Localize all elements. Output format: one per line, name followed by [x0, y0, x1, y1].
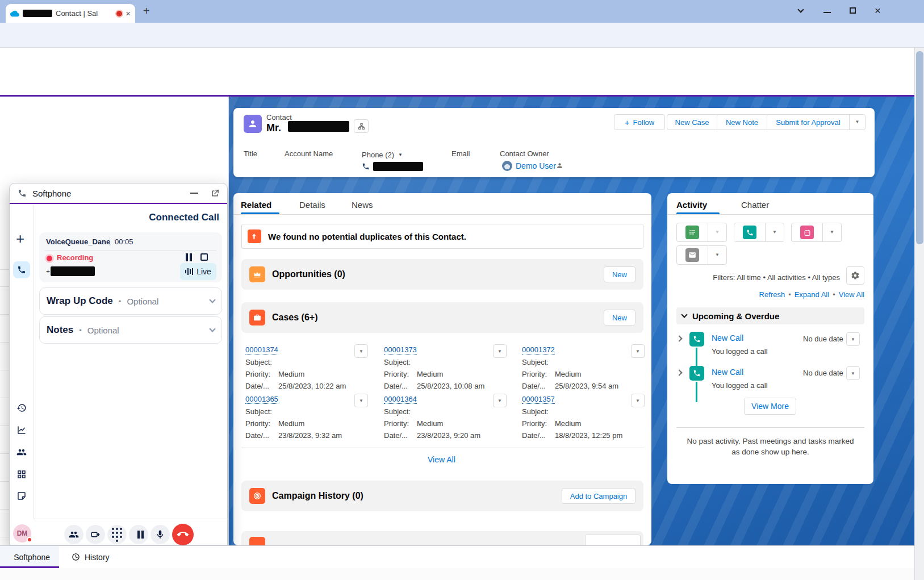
email-button[interactable] — [677, 246, 708, 264]
more-actions-dropdown-icon[interactable]: ▼ — [849, 115, 865, 130]
window-minimize-icon[interactable] — [823, 12, 831, 13]
view-more-button[interactable]: View More — [744, 398, 796, 415]
conference-button[interactable] — [64, 525, 83, 544]
window-maximize-icon[interactable] — [850, 7, 856, 14]
tab-related[interactable]: Related — [241, 200, 271, 210]
page-scrollbar[interactable] — [914, 48, 924, 580]
duplicate-check-icon — [248, 230, 261, 243]
utility-bar: Softphone History — [0, 545, 924, 568]
event-dropdown-icon[interactable]: ▼ — [822, 223, 841, 241]
row-divider — [0, 370, 9, 370]
transfer-button[interactable] — [86, 525, 105, 544]
case-number-link[interactable]: 00001373 — [384, 345, 417, 354]
activity-item-title[interactable]: New Call — [712, 333, 743, 343]
expand-item-icon[interactable] — [676, 335, 682, 341]
hold-button[interactable] — [129, 525, 148, 544]
expand-all-link[interactable]: Expand All — [795, 290, 829, 299]
add-to-campaign-button[interactable]: Add to Campaign — [562, 488, 635, 504]
contacts-people-icon[interactable] — [16, 447, 27, 457]
opportunities-title[interactable]: Opportunities (0) — [272, 269, 345, 279]
task-dropdown-icon[interactable]: ▼ — [708, 223, 726, 241]
case-number-link[interactable]: 00001372 — [522, 345, 555, 354]
tab-search-icon[interactable] — [797, 6, 804, 12]
wrapup-code-section[interactable]: Wrap Up Code • Optional — [39, 287, 222, 315]
end-call-button[interactable] — [172, 524, 194, 545]
upcoming-overdue-header[interactable]: Upcoming & Overdue — [676, 307, 864, 324]
campaign-title[interactable]: Campaign History (0) — [272, 491, 363, 501]
window-close-icon[interactable]: × — [875, 5, 881, 17]
utility-tab-softphone[interactable]: Softphone — [0, 546, 59, 568]
cases-view-all-link[interactable]: View All — [428, 455, 455, 464]
case-number-link[interactable]: 00001364 — [384, 395, 417, 404]
new-case-button[interactable]: New Case — [667, 115, 717, 130]
submit-for-approval-button[interactable]: Submit for Approval — [767, 115, 849, 130]
case-number-link[interactable]: 00001365 — [245, 395, 278, 404]
new-case-button[interactable]: New — [604, 310, 635, 326]
tab-details[interactable]: Details — [299, 200, 325, 210]
activity-item-title[interactable]: New Call — [712, 368, 743, 377]
expand-notes-icon[interactable] — [209, 326, 215, 332]
refresh-link[interactable]: Refresh — [759, 290, 785, 299]
filters-gear-button[interactable] — [846, 266, 864, 285]
log-call-button[interactable] — [734, 223, 765, 241]
contact-header: Contact Mr. + Follow New Case New Note S… — [233, 108, 875, 177]
add-call-button[interactable]: + — [16, 231, 24, 246]
tab-activity[interactable]: Activity — [676, 200, 707, 210]
date-label: Date/... — [384, 382, 417, 390]
tab-news[interactable]: News — [352, 200, 373, 210]
email-dropdown-icon[interactable]: ▼ — [708, 246, 726, 264]
new-event-button[interactable] — [792, 223, 822, 241]
follow-button[interactable]: + Follow — [614, 114, 665, 130]
case-row-dropdown[interactable]: ▼ — [631, 344, 645, 358]
expand-item-icon[interactable] — [676, 369, 682, 375]
browser-tab[interactable]: Contact | Sal × — [6, 4, 135, 23]
mute-button[interactable] — [150, 525, 170, 544]
stop-recording-icon[interactable] — [200, 253, 208, 261]
activity-item-dropdown[interactable]: ▼ — [846, 332, 860, 346]
case-row-dropdown[interactable]: ▼ — [354, 344, 368, 358]
case-number-link[interactable]: 00001357 — [522, 395, 555, 404]
expand-wrapup-icon[interactable] — [209, 297, 215, 303]
section-button-clipped[interactable] — [585, 535, 641, 545]
change-owner-icon[interactable] — [556, 162, 563, 169]
new-tab-button[interactable]: + — [143, 5, 150, 18]
case-row-dropdown[interactable]: ▼ — [354, 394, 368, 407]
activity-item-dropdown[interactable]: ▼ — [846, 366, 860, 380]
subject-label: Subject: — [384, 407, 417, 416]
call-dropdown-icon[interactable]: ▼ — [765, 223, 784, 241]
hierarchy-button[interactable] — [354, 119, 369, 133]
pause-recording-icon[interactable] — [186, 253, 188, 261]
owner-link[interactable]: Demo User — [516, 161, 556, 170]
tab-title: Contact | Sal — [56, 9, 113, 18]
live-badge: Live — [180, 263, 216, 280]
case-row-dropdown[interactable]: ▼ — [493, 394, 507, 407]
phone-tab-button[interactable] — [13, 261, 30, 278]
case-number-link[interactable]: 00001374 — [245, 345, 278, 354]
new-note-button[interactable]: New Note — [717, 115, 767, 130]
popout-icon[interactable] — [211, 189, 219, 198]
notes-icon[interactable] — [16, 491, 27, 501]
case-row-dropdown[interactable]: ▼ — [493, 344, 507, 358]
new-task-button[interactable] — [677, 223, 708, 241]
cases-title[interactable]: Cases (6+) — [272, 312, 318, 323]
stats-chart-icon[interactable] — [16, 425, 27, 435]
phone-dropdown-icon[interactable]: ▼ — [398, 153, 403, 157]
dialpad-button[interactable] — [107, 525, 127, 544]
opportunity-icon — [249, 266, 265, 282]
minimize-icon[interactable] — [190, 193, 198, 194]
utility-tab-history[interactable]: History — [66, 546, 115, 568]
activity-item-due: No due date — [803, 369, 843, 377]
tab-close-icon[interactable]: × — [126, 9, 131, 18]
gear-icon — [851, 271, 860, 280]
scrollbar-thumb[interactable] — [916, 51, 923, 244]
field-label-phone[interactable]: Phone (2) — [362, 151, 394, 159]
tab-chatter[interactable]: Chatter — [741, 200, 769, 210]
view-all-link[interactable]: View All — [839, 290, 864, 299]
case-row-dropdown[interactable]: ▼ — [631, 394, 645, 407]
agent-avatar[interactable]: DM — [13, 524, 31, 543]
new-opportunity-button[interactable]: New — [604, 266, 635, 282]
apps-grid-icon[interactable] — [16, 469, 27, 479]
call-history-icon[interactable] — [16, 403, 27, 413]
section-title: Upcoming & Overdue — [692, 311, 779, 321]
notes-section[interactable]: Notes • Optional — [39, 316, 222, 344]
